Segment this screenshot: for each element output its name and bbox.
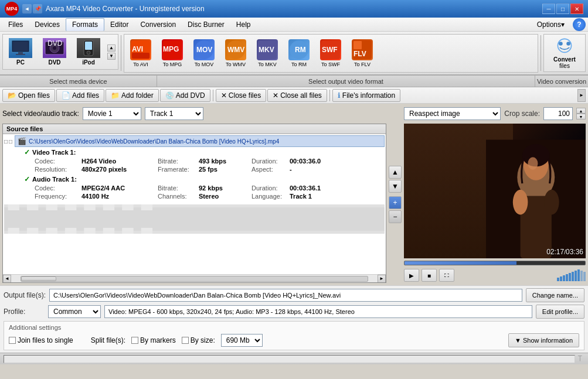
profile-row: Profile: Common Edit profile... (4, 305, 584, 319)
svg-text:RM: RM (295, 46, 306, 54)
mpg-label: To MPG (163, 62, 182, 67)
format-rm[interactable]: RM To RM (285, 37, 313, 70)
svg-rect-27 (354, 41, 362, 49)
mov-icon: MOV (193, 39, 215, 60)
format-mpg[interactable]: MPG To MPG (158, 37, 186, 70)
crop-up-btn[interactable]: ▲ (576, 108, 586, 114)
device-ipod[interactable]: iPod (72, 36, 105, 68)
close-btn[interactable]: ✕ (570, 4, 583, 14)
settings-row: Join files to single Split file(s): By m… (9, 333, 579, 347)
main-content: Select video/audio track: Movie 1 Track … (0, 104, 588, 285)
vol-bar-7 (575, 271, 577, 281)
by-size-checkbox-item[interactable]: By size: (182, 336, 215, 344)
format-mov[interactable]: MOV To MOV (190, 37, 218, 70)
device-scroll-up[interactable]: ▲ (107, 45, 115, 52)
add-btn[interactable]: + (389, 196, 402, 209)
move-down-btn[interactable]: ▼ (389, 180, 402, 193)
remove-btn[interactable]: − (389, 210, 402, 223)
format-wmv[interactable]: WMV To WMV (222, 37, 250, 70)
by-markers-checkbox[interactable] (131, 337, 138, 344)
wmv-icon: WMV (225, 39, 246, 60)
fullscreen-btn[interactable]: ⛶ (439, 269, 454, 282)
action-scroll-right[interactable]: ► (577, 89, 586, 102)
add-dvd-btn[interactable]: 💿 Add DVD (160, 89, 210, 102)
scroll-left-btn[interactable]: ◄ (3, 275, 11, 283)
codec-label-v: Codec: (35, 158, 81, 165)
move-up-btn[interactable]: ▲ (389, 166, 402, 179)
minimize-btn[interactable]: ─ (542, 4, 555, 14)
swf-label: To SWF (321, 62, 340, 67)
menu-devices[interactable]: Devices (29, 18, 66, 31)
stop-btn[interactable]: ■ (422, 269, 437, 282)
preview-time: 02:17/03:36 (546, 248, 583, 256)
format-avi[interactable]: AVI To AVI (127, 37, 155, 70)
output-path-input[interactable] (49, 289, 522, 302)
pc-label: PC (16, 59, 25, 66)
svg-text:FLV: FLV (354, 50, 366, 58)
file-expand[interactable]: □ □ (4, 138, 12, 145)
file-info-btn[interactable]: ℹ File's information (332, 89, 400, 102)
expand-icon: □ (4, 138, 8, 145)
size-select[interactable]: 690 Mb (221, 334, 263, 347)
duration-value-v: 00:03:36.0 (290, 158, 348, 165)
flv-icon: FLV (352, 39, 373, 60)
format-mkv[interactable]: MKV To MKV (253, 37, 281, 70)
close-files-btn[interactable]: ✕ Close files (216, 89, 266, 102)
vol-bar-5 (569, 273, 571, 281)
track-selector-label: Select video/audio track: (2, 110, 79, 118)
action-separator (213, 90, 213, 101)
change-name-btn[interactable]: Change name... (526, 288, 584, 302)
video-track-title: Video Track 1: (32, 149, 76, 156)
resize-grip[interactable]: ⟙ (575, 354, 584, 364)
play-btn[interactable]: ▶ (404, 269, 419, 282)
menu-formats[interactable]: Formats (66, 18, 104, 31)
format-flv[interactable]: FLV To FLV (348, 37, 376, 70)
help-btn[interactable]: ? (573, 18, 586, 31)
video-track-select[interactable]: Movie 1 (83, 107, 141, 120)
device-pc[interactable]: PC (4, 36, 37, 68)
scroll-right-btn[interactable]: ► (378, 275, 386, 283)
format-section-label: Select output video format (157, 76, 535, 87)
scrollbar-thumb[interactable] (21, 276, 56, 281)
open-files-btn[interactable]: 📂 Open files (2, 89, 55, 102)
menu-files[interactable]: Files (2, 18, 29, 31)
pin-btn[interactable]: 📌 (33, 4, 42, 13)
maximize-btn[interactable]: □ (556, 4, 569, 14)
vol-bar-1 (557, 278, 559, 281)
edit-profile-btn[interactable]: Edit profile... (536, 305, 584, 319)
by-markers-checkbox-item[interactable]: By markers (131, 336, 176, 344)
progress-bar[interactable] (404, 261, 586, 265)
devices-buttons: PC DVD DVD (2, 34, 118, 70)
join-files-checkbox[interactable] (9, 337, 16, 344)
close-all-files-btn[interactable]: ✕ Close all files (267, 89, 327, 102)
back-btn[interactable]: ◄ (22, 4, 32, 13)
duration-value-a: 00:03:36.1 (290, 185, 348, 192)
add-folder-btn[interactable]: 📁 Add folder (106, 89, 159, 102)
format-swf[interactable]: SWF To SWF (317, 37, 345, 70)
crop-label: Crop scale: (504, 110, 540, 118)
menu-disc-burner[interactable]: Disc Burner (182, 18, 230, 31)
nav-buttons: ▲ ▼ + − (389, 106, 402, 283)
bottom-panel: Output file(s): Change name... Profile: … (0, 285, 588, 353)
crop-scale-input[interactable] (543, 107, 573, 120)
menu-help[interactable]: Help (230, 18, 257, 31)
device-scroll-down[interactable]: ▼ (107, 53, 115, 60)
options-menu[interactable]: Options▾ (531, 18, 570, 31)
menu-editor[interactable]: Editor (104, 18, 134, 31)
convert-section[interactable]: Convert files (543, 34, 586, 72)
aspect-value-v: - (290, 166, 348, 173)
device-scroll: ▲ ▼ (106, 36, 117, 68)
device-dvd[interactable]: DVD DVD (38, 36, 71, 68)
file-path-row[interactable]: 🎬 C:\Users\OlenGor\Videos\VideoWebDownlo… (15, 135, 385, 147)
menu-conversion[interactable]: Conversion (134, 18, 182, 31)
show-info-btn[interactable]: ▼ Show information (508, 333, 579, 347)
profile-select[interactable]: Common (48, 305, 101, 318)
crop-down-btn[interactable]: ▼ (576, 114, 586, 119)
audio-track-select[interactable]: Track 1 (145, 107, 203, 120)
scrollbar-track[interactable] (21, 276, 368, 282)
svg-rect-41 (141, 204, 152, 210)
join-files-checkbox-item[interactable]: Join files to single (9, 336, 73, 344)
preview-mode-select[interactable]: Reaspect image (404, 107, 501, 120)
add-files-btn[interactable]: 📄 Add files (56, 89, 104, 102)
by-size-checkbox[interactable] (182, 337, 189, 344)
